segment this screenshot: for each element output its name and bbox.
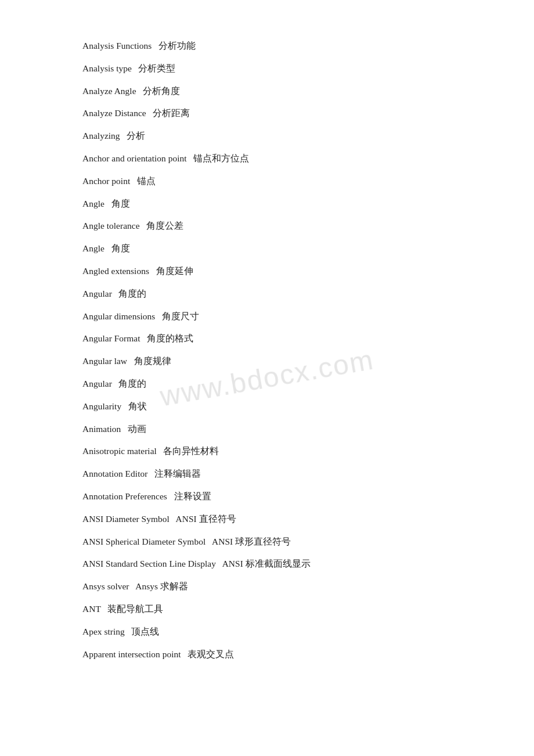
glossary-item: Analyzing 分析 <box>82 125 452 147</box>
glossary-item: Angle 角度 <box>82 237 452 260</box>
chinese-term: 装配导航工具 <box>107 604 163 614</box>
english-term: Animation <box>82 424 121 434</box>
glossary-item: Angle tolerance 角度公差 <box>82 215 452 237</box>
glossary-item: Apex string 顶点线 <box>82 621 452 643</box>
glossary-item: Annotation Editor 注释编辑器 <box>82 463 452 485</box>
glossary-item: Analyze Distance 分析距离 <box>82 102 452 125</box>
chinese-term: 动画 <box>128 424 146 434</box>
english-term: Analysis Functions <box>82 41 151 51</box>
glossary-list: Analysis Functions 分析功能Analysis type 分析类… <box>82 35 452 665</box>
chinese-term: Ansys 求解器 <box>135 581 188 591</box>
chinese-term: ANSI 标准截面线显示 <box>222 559 311 568</box>
glossary-item: Angular law 角度规律 <box>82 350 452 373</box>
chinese-term: 锚点和方位点 <box>193 153 249 163</box>
glossary-item: Apparent intersection point 表观交叉点 <box>82 643 452 666</box>
glossary-item: Analysis Functions 分析功能 <box>82 35 452 57</box>
english-term: Apparent intersection point <box>82 649 181 659</box>
glossary-item: Angular dimensions 角度尺寸 <box>82 305 452 328</box>
glossary-item: Angle 角度 <box>82 193 452 215</box>
chinese-term: 分析角度 <box>143 86 180 96</box>
english-term: Angular Format <box>82 333 140 343</box>
english-term: Anisotropic material <box>82 446 157 456</box>
chinese-term: 分析功能 <box>158 41 196 51</box>
chinese-term: 角度规律 <box>134 356 171 366</box>
english-term: Analyze Distance <box>82 108 146 118</box>
english-term: Ansys solver <box>82 581 129 591</box>
english-term: Angle tolerance <box>82 221 140 231</box>
chinese-term: 表观交叉点 <box>187 649 234 659</box>
english-term: ANT <box>82 604 101 614</box>
chinese-term: 角度的 <box>118 379 146 388</box>
english-term: Angle <box>82 243 104 253</box>
english-term: Angularity <box>82 401 121 411</box>
chinese-term: 角度 <box>111 199 130 208</box>
glossary-item: Anchor point 锚点 <box>82 170 452 193</box>
english-term: Anchor and orientation point <box>82 153 187 163</box>
english-term: Apex string <box>82 627 125 636</box>
glossary-item: Annotation Preferences 注释设置 <box>82 485 452 508</box>
glossary-item: ANSI Standard Section Line Display ANSI … <box>82 553 452 575</box>
glossary-item: Analysis type 分析类型 <box>82 57 452 80</box>
english-term: Annotation Editor <box>82 469 147 478</box>
english-term: Analyzing <box>82 131 120 141</box>
glossary-item: ANSI Diameter Symbol ANSI 直径符号 <box>82 508 452 531</box>
chinese-term: 分析类型 <box>138 63 175 73</box>
glossary-item: Anchor and orientation point 锚点和方位点 <box>82 147 452 170</box>
chinese-term: 注释编辑器 <box>154 469 201 478</box>
glossary-item: Animation 动画 <box>82 418 452 441</box>
chinese-term: 角度 <box>111 243 130 253</box>
chinese-term: 顶点线 <box>131 627 159 636</box>
glossary-item: Angled extensions 角度延伸 <box>82 260 452 283</box>
chinese-term: 角度延伸 <box>156 266 193 276</box>
glossary-item: ANT 装配导航工具 <box>82 598 452 621</box>
english-term: Angular law <box>82 356 127 366</box>
chinese-term: 注释设置 <box>174 491 211 501</box>
glossary-item: Angular Format 角度的格式 <box>82 327 452 350</box>
chinese-term: 角度尺寸 <box>162 311 199 321</box>
english-term: Analyze Angle <box>82 86 136 96</box>
english-term: Anchor point <box>82 176 130 186</box>
english-term: Analysis type <box>82 63 132 73</box>
english-term: ANSI Diameter Symbol <box>82 514 169 524</box>
chinese-term: 分析距离 <box>153 108 190 118</box>
english-term: Angle <box>82 199 104 208</box>
english-term: Angled extensions <box>82 266 149 276</box>
english-term: Angular <box>82 289 112 298</box>
english-term: ANSI Standard Section Line Display <box>82 559 216 568</box>
english-term: ANSI Spherical Diameter Symbol <box>82 537 205 546</box>
chinese-term: 锚点 <box>137 176 156 186</box>
chinese-term: 分析 <box>127 131 145 141</box>
chinese-term: ANSI 球形直径符号 <box>212 537 291 546</box>
english-term: Annotation Preferences <box>82 491 167 501</box>
glossary-item: Anisotropic material 各向异性材料 <box>82 440 452 463</box>
chinese-term: 角度的 <box>118 289 146 298</box>
chinese-term: ANSI 直径符号 <box>176 514 236 524</box>
glossary-item: ANSI Spherical Diameter Symbol ANSI 球形直径… <box>82 531 452 553</box>
chinese-term: 角状 <box>128 401 147 411</box>
glossary-item: Ansys solver Ansys 求解器 <box>82 575 452 598</box>
chinese-term: 各向异性材料 <box>163 446 219 456</box>
chinese-term: 角度的格式 <box>147 333 193 343</box>
chinese-term: 角度公差 <box>146 221 183 231</box>
glossary-item: Angularity 角状 <box>82 395 452 418</box>
glossary-item: Angular 角度的 <box>82 283 452 305</box>
english-term: Angular <box>82 379 112 388</box>
glossary-item: Angular 角度的 <box>82 373 452 395</box>
english-term: Angular dimensions <box>82 311 155 321</box>
glossary-item: Analyze Angle 分析角度 <box>82 80 452 103</box>
